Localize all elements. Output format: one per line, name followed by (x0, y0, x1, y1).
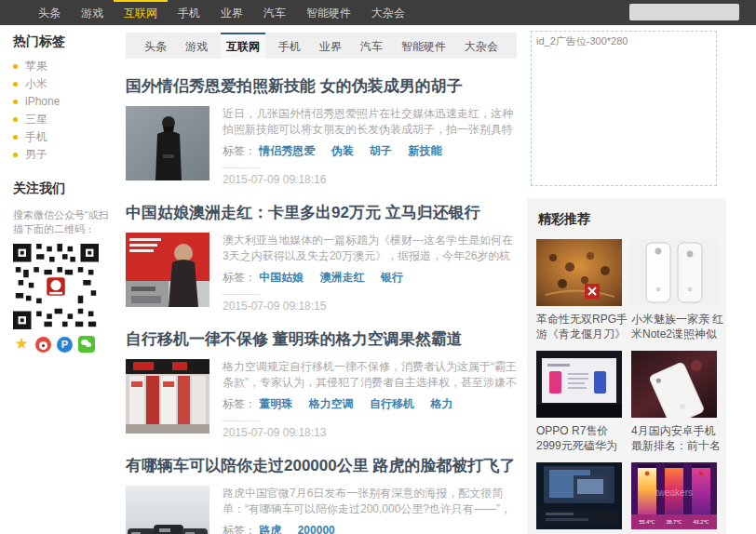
reco-image-thermal: tweakers 55.4℃ 38.7℃ 43.2℃ (631, 462, 717, 529)
article-desc: 澳大利亚当地媒体的一篇标题为《横财---这名学生是如何在3天之内获得以及失去20… (223, 233, 517, 264)
qzone-icon[interactable]: ★ (13, 336, 30, 353)
qr-code (13, 244, 99, 329)
thermal-watermark: tweakers (655, 487, 693, 498)
weibo-pupil (42, 344, 45, 347)
wechat-icon[interactable] (78, 336, 95, 353)
search-box[interactable] (629, 4, 739, 20)
tag-item[interactable]: 苹果 (13, 61, 115, 72)
nav-item-youxi[interactable]: 游戏 (71, 0, 114, 25)
tag-item[interactable]: 手机 (13, 132, 115, 142)
weibo-icon[interactable] (35, 337, 51, 353)
article-thumbnail[interactable] (126, 486, 209, 534)
article-timestamp: 2015-07-09 09:18:15 (223, 300, 517, 313)
bullet-icon (13, 100, 18, 104)
article-title[interactable]: 中国姑娘澳洲走红：卡里多出92万元 立马归还银行 (126, 202, 517, 223)
tag-label: 小米 (25, 79, 47, 89)
article-title[interactable]: 国外情侣秀恩爱拍照新技能 女的伪装成男的胡子 (126, 75, 517, 97)
tags-label: 标签： (223, 524, 256, 534)
reco-image-collage (536, 462, 622, 529)
reco-image-phones (631, 239, 717, 306)
reco-item[interactable]: 4月国内安卓手机最新排名：前十名居然不全 (631, 351, 717, 453)
tab-dazahui[interactable]: 大杂会 (459, 33, 504, 59)
recommendations-title: 精彩推荐 (538, 211, 717, 228)
follow-us-text: 搜索微信公众号“或扫描下面的二维码： (13, 208, 111, 236)
tab-hulianwang[interactable]: 互联网 (221, 33, 265, 59)
reco-item[interactable]: 雷军晒兄弟烤机OPPO (536, 462, 622, 534)
article-desc: 路虎中国官微7月6日发布一张别有深意的海报，配文很简单：“有哪辆车可以陪你走过2… (223, 486, 517, 517)
tag-label: 苹果 (25, 61, 47, 72)
tags-label: 标签： (223, 397, 256, 410)
article-title[interactable]: 自行移机一律不保修 董明珠的格力空调果然霸道 (126, 328, 517, 350)
tag-item[interactable]: 小米 (13, 79, 115, 89)
reco-caption[interactable]: OPPO R7售价2999元死磕华为P8 这么贵真的卖 (536, 423, 629, 453)
article-item: 自行移机一律不保修 董明珠的格力空调果然霸道 (126, 328, 517, 438)
pengyou-icon[interactable]: P (57, 337, 73, 353)
thermal-temp: 55.4℃ (640, 519, 655, 525)
article-desc: 格力空调规定自行移机一律不保修，消费者认为这属于“霸王条款”，专家认为，其侵犯了… (223, 359, 517, 391)
article-tag-link[interactable]: 新技能 (408, 144, 441, 157)
reco-item[interactable]: OPPO R7售价2999元死磕华为P8 这么贵真的卖 (536, 351, 622, 453)
article-tag-link[interactable]: 200000 (298, 524, 335, 534)
tab-youxi[interactable]: 游戏 (180, 33, 213, 59)
article-tags: 标签： 路虎 200000 (223, 523, 517, 534)
follow-us-title: 关注我们 (13, 180, 115, 197)
article-tag-link[interactable]: 中国姑娘 (259, 271, 304, 284)
tag-item[interactable]: 男子 (13, 150, 115, 160)
article-item: 国外情侣秀恩爱拍照新技能 女的伪装成男的胡子 近日，几张国外情侣秀恩爱照片在社交… (126, 75, 517, 185)
search-input[interactable] (629, 6, 756, 19)
divider (223, 294, 260, 295)
nav-item-zhinengyingjian[interactable]: 智能硬件 (296, 0, 361, 25)
article-thumbnail[interactable] (126, 106, 209, 180)
reco-caption[interactable]: 革命性无双RPG手游《青龙偃月刀》官网正 (536, 312, 629, 341)
tab-zhinengyingjian[interactable]: 智能硬件 (396, 33, 452, 59)
article-tag-link[interactable]: 情侣秀恩爱 (259, 144, 315, 157)
article-thumbnail[interactable] (126, 233, 209, 307)
tab-yejie[interactable]: 业界 (314, 33, 347, 59)
reco-caption[interactable]: 小米魅族一家亲 红米Note2谍照神似MX5 (631, 312, 724, 341)
nav-item-dazahui[interactable]: 大杂会 (361, 0, 415, 25)
reco-image-white-phone (631, 351, 717, 418)
article-tag-link[interactable]: 澳洲走红 (320, 271, 365, 284)
article-timestamp: 2015-07-09 09:18:13 (223, 426, 517, 439)
article-tag-link[interactable]: 胡子 (370, 144, 392, 157)
article-tag-link[interactable]: 银行 (381, 271, 403, 284)
tag-item[interactable]: iPhone (13, 97, 115, 107)
tags-label: 标签： (223, 144, 256, 157)
nav-item-shouji[interactable]: 手机 (168, 0, 210, 25)
article-tag-link[interactable]: 伪装 (331, 144, 354, 157)
left-sidebar: 热门标签 苹果 小米 iPhone 三星 手机 男子 关注我们 搜索微信公众号“… (13, 33, 115, 353)
social-icons: ★ P (13, 336, 115, 353)
article-tag-link[interactable]: 自行移机 (370, 397, 414, 410)
tab-qiche[interactable]: 汽车 (355, 33, 388, 59)
article-tag-link[interactable]: 董明珠 (259, 397, 292, 410)
nav-item-toutiao[interactable]: 头条 (28, 0, 71, 25)
hot-tags-title: 热门标签 (13, 33, 115, 50)
bullet-icon (13, 135, 18, 140)
article-thumbnail[interactable] (126, 359, 209, 434)
article-tag-link[interactable]: 格力 (430, 397, 452, 410)
tag-label: iPhone (25, 97, 60, 107)
page: 头条 游戏 互联网 手机 业界 汽车 智能硬件 大杂会 热门标签 苹果 小米 i… (0, 0, 756, 534)
nav-item-yejie[interactable]: 业界 (210, 0, 253, 25)
article-tags: 标签： 董明珠 格力空调 自行移机 格力 (223, 396, 517, 412)
tag-label: 三星 (25, 114, 47, 125)
article-item: 有哪辆车可以陪你走过200000公里 路虎的脸都被打飞了 (126, 455, 517, 534)
article-tag-link[interactable]: 格力空调 (309, 397, 354, 410)
reco-item[interactable]: tweakers 55.4℃ 38.7℃ 43.2℃ 高通骁龙同功率发热 (631, 462, 717, 534)
tab-toutiao[interactable]: 头条 (139, 33, 172, 59)
article-desc: 近日，几张国外情侣秀恩爱照片在社交媒体迅速走红，这种拍照新技能可以将女朋友的长发… (223, 106, 517, 138)
article-tag-link[interactable]: 路虎 (259, 524, 281, 534)
tag-item[interactable]: 三星 (13, 114, 115, 125)
article-title[interactable]: 有哪辆车可以陪你走过200000公里 路虎的脸都被打飞了 (126, 455, 517, 476)
reco-caption[interactable]: 4月国内安卓手机最新排名：前十名居然不全 (631, 423, 724, 453)
reco-item[interactable]: 革命性无双RPG手游《青龙偃月刀》官网正 (536, 239, 622, 341)
article-tags: 标签： 情侣秀恩爱 伪装 胡子 新技能 (223, 143, 517, 159)
article-tags: 标签： 中国姑娘 澳洲走红 银行 (223, 270, 517, 286)
nav-item-hulianwang[interactable]: 互联网 (114, 0, 168, 25)
reco-item[interactable]: 小米魅族一家亲 红米Note2谍照神似MX5 (631, 239, 717, 341)
thermal-temp: 43.2℃ (694, 519, 709, 525)
nav-item-qiche[interactable]: 汽车 (253, 0, 296, 25)
tab-shouji[interactable]: 手机 (273, 33, 306, 59)
thermal-temp: 38.7℃ (667, 519, 682, 525)
ad-placeholder[interactable]: id_2广告位-300*280 (531, 31, 717, 186)
